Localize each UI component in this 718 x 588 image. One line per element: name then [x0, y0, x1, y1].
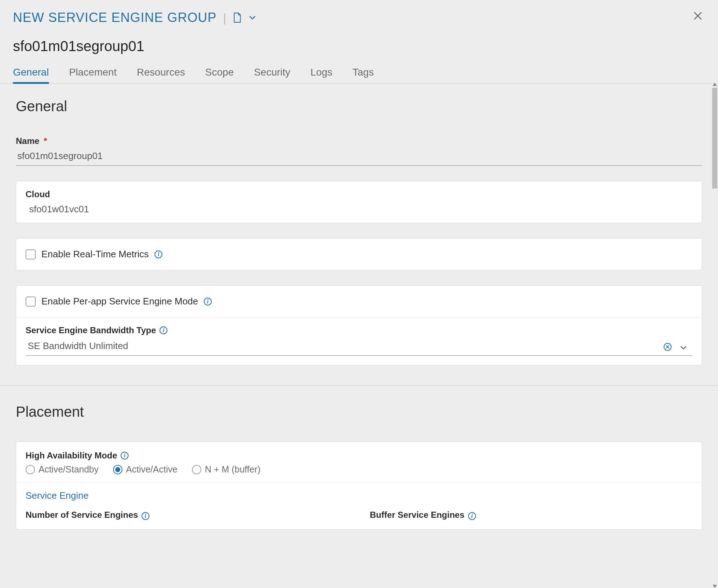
close-button[interactable] [691, 9, 705, 23]
tab-tags[interactable]: Tags [353, 63, 374, 83]
perapp-label: Enable Per-app Service Engine Mode [41, 296, 198, 307]
radio-icon [192, 465, 201, 474]
info-icon[interactable]: i [121, 452, 129, 460]
bandwidth-label: Service Engine Bandwidth Type i [26, 325, 692, 335]
scrollbar[interactable] [712, 83, 718, 588]
perapp-row: Enable Per-app Service Engine Mode i [16, 286, 702, 317]
name-label: Name* [16, 136, 702, 146]
tab-security[interactable]: Security [254, 63, 290, 83]
tab-general[interactable]: General [13, 63, 49, 83]
metrics-checkbox[interactable] [26, 249, 36, 259]
num-se-label: Number of Service Engines [26, 510, 138, 520]
num-se-field: Number of Service Engines i [26, 510, 348, 522]
entity-name: sfo01m01segroup01 [13, 38, 705, 54]
perapp-checkbox[interactable] [26, 297, 36, 307]
name-field: Name* [16, 136, 702, 166]
modal-title: NEW SERVICE ENGINE GROUP [13, 10, 216, 25]
chevron-down-icon[interactable] [248, 14, 256, 22]
perapp-card: Enable Per-app Service Engine Mode i Ser… [16, 285, 702, 366]
ha-option-active-standby[interactable]: Active/Standby [26, 464, 99, 475]
ha-radio-group: Active/Standby Active/Active N + M (buff… [26, 464, 692, 481]
metrics-row: Enable Real-Time Metrics i [26, 246, 692, 262]
tab-scope[interactable]: Scope [205, 63, 234, 83]
cloud-label: Cloud [26, 189, 692, 199]
se-counts-row: Number of Service Engines i Buffer Servi… [16, 503, 702, 529]
tab-resources[interactable]: Resources [137, 63, 185, 83]
section-title-placement: Placement [16, 404, 702, 420]
buffer-se-field: Buffer Service Engines i [370, 510, 692, 522]
ha-label: High Availability Mode i [26, 451, 692, 461]
tab-placement[interactable]: Placement [69, 63, 117, 83]
modal: NEW SERVICE ENGINE GROUP | sfo01m01segro… [0, 0, 718, 588]
clear-icon[interactable] [663, 342, 672, 352]
section-divider [0, 385, 718, 386]
info-icon[interactable]: i [142, 512, 149, 520]
modal-header: NEW SERVICE ENGINE GROUP | sfo01m01segro… [0, 0, 718, 54]
metrics-label: Enable Real-Time Metrics [41, 249, 149, 260]
cloud-value: sfo01w01vc01 [26, 202, 692, 215]
ha-row: High Availability Mode i Active/Standby … [16, 442, 702, 483]
buffer-se-label: Buffer Service Engines [370, 510, 465, 520]
name-input[interactable] [16, 148, 702, 166]
document-icon[interactable] [233, 12, 242, 23]
radio-icon [26, 465, 35, 474]
radio-icon [113, 465, 122, 474]
placement-card: High Availability Mode i Active/Standby … [16, 442, 702, 530]
tab-logs[interactable]: Logs [310, 63, 332, 83]
info-icon[interactable]: i [468, 512, 476, 520]
content: General Name* Cloud sfo01w01vc01 Enable … [0, 84, 718, 530]
bandwidth-input[interactable] [26, 338, 692, 356]
header-title-row: NEW SERVICE ENGINE GROUP | [13, 10, 705, 25]
ha-option-active-active[interactable]: Active/Active [113, 464, 178, 475]
info-icon[interactable]: i [204, 298, 212, 306]
cloud-card: Cloud sfo01w01vc01 [16, 181, 702, 223]
scroll-up-icon[interactable] [713, 83, 717, 86]
scroll-down-icon[interactable] [713, 585, 717, 588]
metrics-card: Enable Real-Time Metrics i [16, 238, 702, 270]
service-engine-link[interactable]: Service Engine [16, 483, 702, 503]
info-icon[interactable]: i [160, 326, 167, 334]
info-icon[interactable]: i [154, 250, 162, 258]
bandwidth-row: Service Engine Bandwidth Type i [16, 317, 702, 365]
tab-bar: General Placement Resources Scope Securi… [0, 63, 718, 84]
bandwidth-select [26, 338, 692, 356]
section-title-general: General [16, 98, 702, 114]
ha-option-nm-buffer[interactable]: N + M (buffer) [192, 464, 260, 475]
scroll-thumb[interactable] [712, 88, 717, 189]
required-asterisk: * [44, 136, 47, 146]
title-separator: | [223, 11, 226, 25]
